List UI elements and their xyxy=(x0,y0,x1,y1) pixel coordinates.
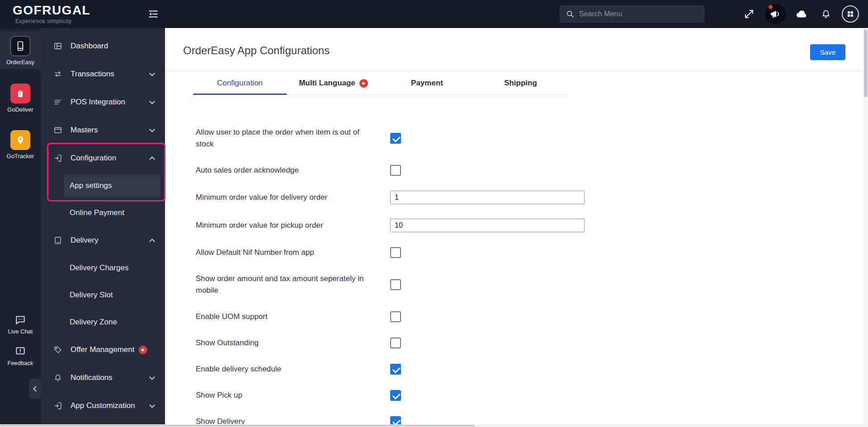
sidebar-item-transactions[interactable]: Transactions xyxy=(41,62,165,86)
setting-row: Show Outstanding xyxy=(196,337,868,349)
sidebar-item-notifications[interactable]: Notifications xyxy=(41,366,165,389)
sidebar-item-label: Masters xyxy=(71,126,98,135)
rail-app-godeliver[interactable]: GoDeliver xyxy=(0,81,41,116)
page-header: OrderEasy App Configurations Save xyxy=(165,28,868,71)
sidebar-item-delivery-charges[interactable]: Delivery Charges xyxy=(64,257,160,279)
new-feature-badge xyxy=(359,79,368,88)
rail-app-ordereasy[interactable]: OrderEasy xyxy=(0,32,41,69)
tab-payment[interactable]: Payment xyxy=(380,71,474,94)
pos-integration-icon xyxy=(53,98,62,107)
sidebar-collapse-handle[interactable] xyxy=(29,379,41,399)
feedback-icon xyxy=(14,346,26,357)
setting-row: Minimum order value for pickup order xyxy=(196,219,868,232)
godeliver-app-icon xyxy=(10,84,30,103)
sidebar-item-configuration[interactable]: Configuration xyxy=(41,146,165,170)
cloud-sync-button[interactable] xyxy=(793,5,810,23)
expand-icon xyxy=(744,9,755,19)
setting-checkbox[interactable] xyxy=(390,390,401,401)
settings-form: Allow user to place the order when item … xyxy=(196,127,868,424)
tab-bar: Configuration Multi Language Payment Shi… xyxy=(193,71,568,95)
min-pickup-order-value-input[interactable] xyxy=(390,219,585,232)
sidebar-item-app-settings[interactable]: App settings xyxy=(64,174,160,197)
transactions-icon xyxy=(53,70,62,79)
setting-checkbox[interactable] xyxy=(390,279,401,290)
sidebar-subitem-label: Delivery Slot xyxy=(70,291,113,300)
setting-row: Allow Default Nif Number from app xyxy=(196,247,868,258)
live-chat-button[interactable]: Live Chat xyxy=(8,314,33,335)
vertical-scrollbar-thumb[interactable] xyxy=(864,29,868,97)
sidebar-item-dashboard[interactable]: Dashboard xyxy=(41,34,165,58)
sidebar-item-delivery-slot[interactable]: Delivery Slot xyxy=(64,284,160,306)
logo-text: GOFRUGAL xyxy=(13,4,90,17)
tab-multi-language[interactable]: Multi Language xyxy=(287,71,380,94)
sidebar-toggle-button[interactable] xyxy=(145,5,162,23)
setting-row: Show Pick up xyxy=(196,389,868,401)
rail-app-label: GoDeliver xyxy=(7,106,33,113)
sidebar-item-online-payment[interactable]: Online Payment xyxy=(64,202,160,224)
tab-configuration[interactable]: Configuration xyxy=(193,71,287,94)
tab-label: Configuration xyxy=(217,79,263,88)
setting-checkbox[interactable] xyxy=(390,133,401,144)
rail-utility-label: Feedback xyxy=(7,360,33,366)
setting-row: Enable UOM support xyxy=(196,311,868,323)
expand-button[interactable] xyxy=(741,5,758,23)
bell-icon xyxy=(53,373,62,382)
setting-label: Enable UOM support xyxy=(196,311,390,323)
megaphone-icon xyxy=(770,9,781,19)
setting-checkbox[interactable] xyxy=(390,416,401,424)
chevron-up-icon xyxy=(149,156,155,162)
avatar-logo-icon xyxy=(846,10,854,18)
tab-label: Multi Language xyxy=(299,79,355,88)
bell-icon xyxy=(821,9,831,19)
chevron-down-icon xyxy=(149,402,155,408)
search-input[interactable] xyxy=(579,10,698,18)
setting-label: Show Pick up xyxy=(196,389,390,401)
setting-row: Show order amount and tax amount seperat… xyxy=(196,273,868,296)
sidebar-item-delivery-zone[interactable]: Delivery Zone xyxy=(64,311,160,333)
setting-row: Auto sales order acknowledge xyxy=(196,164,868,176)
sidebar-item-offer-management[interactable]: Offer Management xyxy=(41,338,165,361)
delivery-icon xyxy=(53,236,62,245)
page-title: OrderEasy App Configurations xyxy=(183,44,330,57)
tab-shipping[interactable]: Shipping xyxy=(474,71,567,94)
horizontal-scrollbar xyxy=(0,424,868,427)
masters-icon xyxy=(53,126,62,135)
rail-app-gotracker[interactable]: GoTracker xyxy=(0,127,41,162)
sidebar-item-app-customization[interactable]: App Customization xyxy=(41,394,165,418)
sidebar-item-delivery[interactable]: Delivery xyxy=(41,229,165,252)
sidebar-subitem-label: App settings xyxy=(70,181,112,190)
setting-checkbox[interactable] xyxy=(390,311,401,322)
tab-label: Payment xyxy=(411,79,443,88)
sidebar-item-pos-integration[interactable]: POS Integration xyxy=(41,90,165,114)
setting-checkbox[interactable] xyxy=(390,165,401,176)
configuration-icon xyxy=(53,154,62,163)
save-button[interactable]: Save xyxy=(810,44,845,60)
setting-checkbox[interactable] xyxy=(390,338,401,348)
sidebar-item-label: Delivery xyxy=(71,236,98,245)
horizontal-scrollbar-thumb[interactable] xyxy=(0,425,475,427)
min-delivery-order-value-input[interactable] xyxy=(390,191,585,204)
notifications-button[interactable] xyxy=(817,5,835,23)
announcements-button[interactable] xyxy=(765,4,786,24)
chevron-down-icon xyxy=(149,99,155,104)
setting-label: Auto sales order acknowledge xyxy=(196,164,390,176)
user-avatar[interactable] xyxy=(842,5,859,23)
search-bar xyxy=(560,5,704,23)
sidebar-item-masters[interactable]: Masters xyxy=(41,118,165,142)
setting-checkbox[interactable] xyxy=(390,364,401,375)
vertical-scrollbar xyxy=(863,28,868,424)
setting-label: Minimum order value for pickup order xyxy=(196,220,390,231)
ordereasy-app-icon xyxy=(10,36,30,56)
setting-checkbox[interactable] xyxy=(390,247,401,258)
setting-label: Allow Default Nif Number from app xyxy=(196,247,390,258)
search-icon xyxy=(566,9,575,19)
feedback-button[interactable]: Feedback xyxy=(7,346,33,366)
setting-label: Show Delivery xyxy=(196,416,390,424)
setting-label: Enable delivery schedule xyxy=(196,363,390,375)
app-body: OrderEasy GoDeliver xyxy=(0,28,868,424)
sidebar-item-label: Offer Management xyxy=(71,345,134,354)
rail-app-list: OrderEasy GoDeliver xyxy=(0,28,41,162)
chevron-left-icon xyxy=(33,386,39,392)
topbar-actions xyxy=(741,4,859,24)
cloud-icon xyxy=(795,8,808,20)
